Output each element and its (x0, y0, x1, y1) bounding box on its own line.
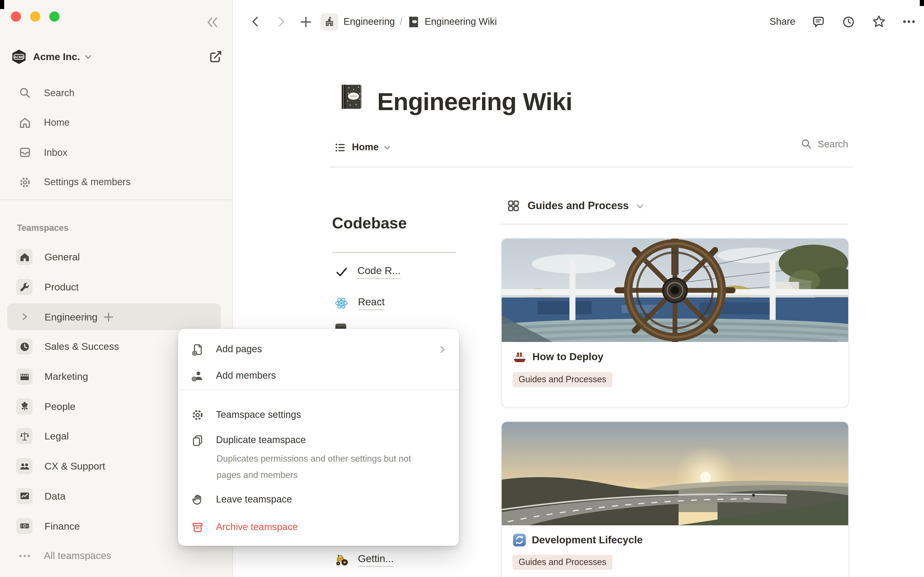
history-clock-icon[interactable] (842, 15, 856, 29)
page-link-getting-started[interactable]: Gettin... (334, 553, 394, 567)
menu-item-add-members[interactable]: Add members (178, 366, 459, 386)
page-link-react[interactable]: React (334, 297, 385, 310)
view-tab-home[interactable]: Home (334, 137, 391, 158)
topbar: Engineering / Engineering Wiki Share (233, 0, 924, 43)
chevron-right-icon (438, 345, 447, 354)
card-title: How to Deploy (533, 351, 604, 363)
tractor-icon (334, 553, 349, 567)
search-icon (801, 138, 813, 150)
menu-item-archive-teamspace[interactable]: Archive teamspace (178, 517, 459, 537)
ship-icon (512, 350, 527, 364)
back-icon[interactable] (247, 13, 265, 31)
comments-icon[interactable] (812, 15, 825, 29)
teamspaces-section-label: Teamspaces (17, 223, 69, 233)
teamspace-general[interactable]: General (0, 242, 232, 272)
duplicate-copy-icon (191, 434, 204, 446)
chevron-right-icon[interactable] (16, 309, 33, 325)
breadcrumb-teamspace[interactable]: Engineering (344, 16, 395, 27)
sidebar-item-settings[interactable]: Settings & members (0, 167, 232, 197)
codebase-heading: Codebase (332, 214, 407, 233)
flower-icon (16, 398, 33, 415)
page-search[interactable]: Search (801, 138, 848, 150)
wrench-icon (16, 279, 33, 295)
guides-and-process-header[interactable]: Guides and Process (507, 200, 645, 212)
banknote-icon (16, 518, 33, 534)
screen-corner-artifact (920, 0, 924, 6)
breadcrumb-teamspace-icon[interactable] (321, 13, 338, 31)
menu-item-duplicate-teamspace[interactable]: Duplicate teamspace (178, 430, 459, 450)
zoom-window-button[interactable] (49, 11, 60, 22)
sidebar-item-home[interactable]: Home (0, 108, 232, 138)
ellipsis-icon (19, 553, 31, 558)
card-how-to-deploy[interactable]: How to Deploy Guides and Processes (501, 238, 849, 408)
teamspace-add-page-icon[interactable] (103, 312, 114, 322)
workspace-logo: ACME (11, 48, 27, 64)
inbox-icon (19, 146, 32, 159)
page-title[interactable]: Engineering Wiki (377, 88, 572, 116)
react-icon (334, 297, 349, 310)
gear-icon (19, 176, 32, 189)
sidebar-divider (0, 200, 232, 200)
cycle-arrows-icon (512, 533, 527, 547)
card-image-ship-wheel (502, 239, 848, 342)
clock-icon (16, 339, 33, 355)
card-tag: Guides and Processes (512, 555, 612, 570)
page-plus-icon (191, 343, 204, 356)
scales-icon (16, 428, 33, 445)
card-development-lifecycle[interactable]: Development Lifecycle Guides and Process… (501, 421, 849, 577)
collapse-sidebar-icon[interactable] (206, 16, 219, 29)
favorite-star-icon[interactable] (872, 15, 886, 29)
workspace-switcher[interactable]: ACME Acme Inc. (11, 46, 223, 67)
card-title: Development Lifecycle (532, 534, 643, 546)
duplicate-description: Duplicates permissions and other setting… (216, 451, 428, 483)
search-icon (19, 87, 32, 100)
gear-icon (191, 408, 204, 421)
card-tag: Guides and Processes (512, 372, 612, 387)
notebook-icon (407, 15, 420, 28)
breadcrumb-page[interactable]: Engineering Wiki (425, 16, 497, 27)
notion-window: ACME Acme Inc. Search Home Inbox (0, 0, 924, 577)
close-window-button[interactable] (11, 11, 21, 22)
breadcrumb-separator: / (400, 16, 402, 27)
workspace-name: Acme Inc. (33, 51, 80, 62)
forward-icon[interactable] (272, 13, 290, 31)
teamspace-engineering[interactable]: Engineering (0, 302, 232, 332)
archive-box-icon (191, 521, 204, 533)
gallery-view-icon (507, 200, 520, 212)
add-page-icon[interactable] (297, 13, 315, 31)
sidebar-item-search[interactable]: Search (0, 78, 232, 108)
card-image-road-sunset (502, 422, 848, 525)
minimize-window-button[interactable] (30, 11, 40, 22)
menu-item-teamspace-settings[interactable]: Teamspace settings (178, 405, 459, 425)
header-divider (330, 167, 853, 168)
list-view-icon (334, 142, 346, 153)
sidebar-item-inbox[interactable]: Inbox (0, 138, 232, 168)
svg-text:ACME: ACME (14, 55, 24, 59)
menu-item-add-pages[interactable]: Add pages (178, 339, 459, 359)
share-button[interactable]: Share (769, 16, 795, 27)
more-options-icon[interactable] (902, 19, 916, 24)
teamspace-product[interactable]: Product (0, 272, 232, 302)
chart-icon (16, 488, 33, 504)
chevron-down-icon (636, 202, 645, 210)
guides-divider (501, 224, 849, 224)
screen-corner-artifact (0, 0, 4, 9)
check-icon (336, 266, 348, 278)
window-controls (11, 11, 60, 22)
menu-item-leave-teamspace[interactable]: Leave teamspace (178, 489, 459, 510)
codebase-divider (332, 252, 456, 253)
waving-hand-icon (191, 493, 204, 506)
teamspace-context-menu: Add pages Add members Teamspace settings… (178, 329, 459, 546)
chevron-down-icon (384, 143, 391, 151)
home-icon (19, 116, 32, 129)
page-icon-notebook[interactable] (337, 82, 366, 111)
menu-divider (178, 390, 459, 390)
teamspace-more-icon[interactable] (81, 314, 93, 319)
sidebar-nav: Search Home Inbox Settings & members (0, 78, 232, 197)
house-icon (16, 249, 33, 266)
building-icon (324, 16, 335, 27)
new-page-compose-icon[interactable] (209, 50, 223, 63)
page-link-code-review[interactable]: Code R... (336, 265, 401, 279)
person-plus-icon (191, 369, 204, 382)
clapperboard-icon (16, 369, 33, 385)
